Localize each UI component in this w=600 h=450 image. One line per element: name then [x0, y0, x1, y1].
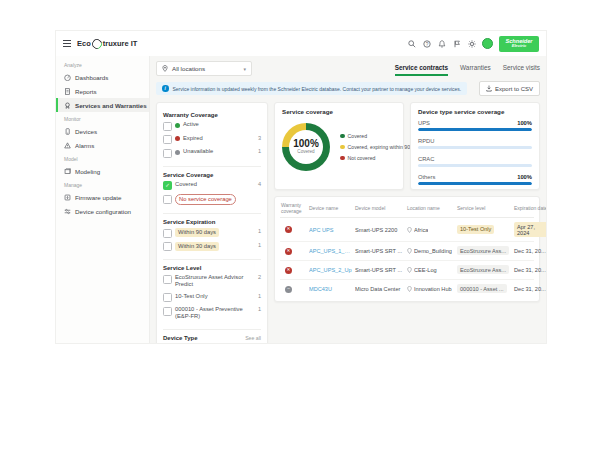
- modeling-icon: [64, 168, 71, 175]
- tab-service-contracts[interactable]: Service contracts: [395, 64, 448, 76]
- service-coverage-donut: 100% Covered: [282, 123, 330, 171]
- filter-option-active: ✓ Active: [163, 121, 261, 131]
- ecostruxure-logo-mark-icon: [90, 37, 104, 51]
- col-device-name: Device name: [309, 205, 353, 211]
- sidebar-nav: Analyze Dashboards Reports Services and …: [56, 56, 150, 343]
- checkbox-asset-preventive[interactable]: ✓: [163, 307, 172, 316]
- devices-icon: [64, 128, 71, 135]
- table-row[interactable]: ✕ APC_UPS_2_Up Smart-UPS SRT ... CEE-Log…: [280, 261, 534, 280]
- card-title: Device type service coverage: [418, 108, 532, 115]
- table-row[interactable]: ✕ APC UPS Smart-UPS 2200 Africa 10-Test …: [280, 218, 534, 242]
- filter-option-asset-advisor-predict: ✓ EcoStruxure Asset Advisor Predict 2: [163, 274, 261, 288]
- checkbox-asset-advisor-predict[interactable]: ✓: [163, 275, 172, 284]
- app-window: Eco truxure IT ? Schneider: [55, 30, 547, 344]
- help-icon[interactable]: ?: [422, 39, 431, 48]
- checkbox-10-test-only[interactable]: ✓: [163, 293, 172, 302]
- sidebar-section-model: Model: [56, 152, 149, 164]
- filter-option-within-90-days: ✓ Within 90 days 1: [163, 228, 261, 238]
- search-icon[interactable]: [407, 39, 416, 48]
- schneider-electric-logo[interactable]: Schneider Electric: [499, 36, 539, 52]
- logo-text-prefix: Eco: [77, 39, 91, 48]
- sidebar-item-device-configuration[interactable]: Device configuration: [56, 204, 149, 218]
- location-pin-icon: [407, 248, 412, 254]
- warranty-unavailable-icon: –: [285, 286, 292, 293]
- filter-group-title: Service Level: [163, 265, 261, 271]
- filter-group-title: Service Expiration: [163, 219, 261, 225]
- coverage-bar-rpdu: RPDU: [418, 138, 532, 149]
- location-filter-select[interactable]: All locations ▾: [156, 61, 252, 76]
- notifications-bell-icon[interactable]: [437, 39, 446, 48]
- device-name-link[interactable]: APC_UPS_2_Up: [309, 267, 353, 273]
- sidebar-item-alarms[interactable]: Alarms: [56, 138, 149, 152]
- coverage-bar-others: Others100%: [418, 174, 532, 185]
- sidebar-section-analyze: Analyze: [56, 58, 149, 70]
- device-name-link[interactable]: MDC43U: [309, 286, 353, 292]
- sidebar-item-devices[interactable]: Devices: [56, 124, 149, 138]
- device-type-coverage-card: Device type service coverage UPS100% RPD…: [410, 102, 540, 190]
- checkbox-unavailable[interactable]: ✓: [163, 149, 172, 158]
- coverage-bar-ups: UPS100%: [418, 120, 532, 131]
- warranty-expired-icon: ✕: [285, 226, 292, 233]
- status-dot-active-icon: [175, 123, 180, 128]
- expiration-date: Dec 31, 20...: [514, 286, 546, 292]
- sidebar-item-services-and-warranties[interactable]: Services and Warranties: [56, 98, 149, 112]
- table-row[interactable]: – MDC43U Micro Data Center Innovation Hu…: [280, 280, 534, 298]
- location-pin-icon: [407, 286, 412, 292]
- firmware-update-icon: [64, 194, 71, 201]
- sidebar-item-reports[interactable]: Reports: [56, 84, 149, 98]
- checkbox-within-90-days[interactable]: ✓: [163, 229, 172, 238]
- service-coverage-card: Service coverage 100% Covered Covered: [274, 102, 404, 190]
- col-service-level: Service level: [457, 205, 512, 211]
- device-name-link[interactable]: APC UPS: [309, 227, 353, 233]
- tab-bar: Service contracts Warranties Service vis…: [395, 64, 540, 76]
- device-name-link[interactable]: APC_UPS_1_D...: [309, 248, 353, 254]
- service-level-badge: 000010 - Asset ...: [457, 284, 507, 293]
- settings-gear-icon[interactable]: [467, 39, 476, 48]
- status-dot-unavailable-icon: [175, 150, 180, 155]
- tab-warranties[interactable]: Warranties: [460, 64, 491, 76]
- checkbox-active[interactable]: ✓: [163, 122, 172, 131]
- hamburger-menu-icon[interactable]: [63, 40, 71, 47]
- ecostruxure-logo: Eco truxure IT: [77, 39, 137, 49]
- sidebar-item-dashboards[interactable]: Dashboards: [56, 70, 149, 84]
- expiration-date: Apr 27, 2024: [514, 222, 547, 237]
- info-icon: i: [162, 85, 169, 92]
- feedback-flag-icon[interactable]: [452, 39, 461, 48]
- location-pin-icon: [407, 267, 412, 273]
- filter-group-title: Device Type See all: [163, 335, 261, 341]
- filter-option-no-service-coverage: ✓ No service coverage: [163, 194, 261, 205]
- svg-text:?: ?: [425, 41, 428, 46]
- sidebar-section-monitor: Monitor: [56, 112, 149, 124]
- filter-group-title: Warranty Coverage: [163, 112, 261, 118]
- filter-option-within-30-days: ✓ Within 30 days 1: [163, 242, 261, 252]
- checkbox-within-30-days[interactable]: ✓: [163, 242, 172, 251]
- filter-group-title: Service Coverage: [163, 172, 261, 178]
- legend-dot-not-covered: [340, 156, 345, 161]
- filter-option-asset-preventive: ✓ 000010 - Asset Preventive (E&P-FR) 1: [163, 306, 261, 320]
- service-level-badge: EcoStruxure Ass...: [457, 265, 509, 274]
- donut-center-label: Covered: [297, 150, 314, 155]
- donut-center-value: 100%: [293, 139, 319, 149]
- checkbox-expired[interactable]: ✓: [163, 135, 172, 144]
- sidebar-item-firmware-update[interactable]: Firmware update: [56, 190, 149, 204]
- status-dot-expired-icon: [175, 136, 180, 141]
- table-row[interactable]: ✕ APC_UPS_1_D... Smart-UPS SRT ... Demo_…: [280, 242, 534, 261]
- tab-service-visits[interactable]: Service visits: [503, 64, 540, 76]
- checkbox-no-service-coverage[interactable]: ✓: [163, 195, 172, 204]
- reports-icon: [64, 88, 71, 95]
- col-location-name: Location name: [407, 205, 455, 211]
- coverage-bar-crac: CRAC: [418, 156, 532, 167]
- download-icon: [486, 85, 492, 92]
- export-to-csv-button[interactable]: Export to CSV: [479, 81, 540, 96]
- user-avatar[interactable]: [482, 38, 493, 49]
- sidebar-item-modeling[interactable]: Modeling: [56, 164, 149, 178]
- devices-table: Warranty coverage Device name Device mod…: [274, 196, 540, 302]
- see-all-link[interactable]: See all: [245, 335, 261, 341]
- device-configuration-icon: [64, 208, 71, 215]
- service-level-badge: 10-Test Only: [457, 225, 494, 234]
- location-pin-icon: [407, 227, 412, 233]
- services-icon: [64, 102, 71, 109]
- dashboards-icon: [64, 74, 71, 81]
- checkbox-covered[interactable]: ✓: [163, 181, 172, 190]
- main-content: All locations ▾ Service contracts Warran…: [150, 56, 546, 343]
